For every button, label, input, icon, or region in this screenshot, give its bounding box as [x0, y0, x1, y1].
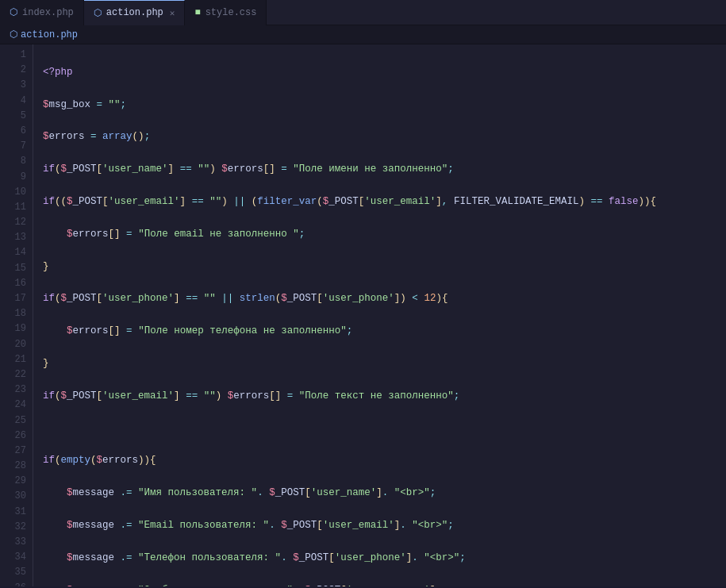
- tab-label: style.css: [206, 7, 257, 18]
- tab-label: action.php: [106, 7, 163, 18]
- php-icon: ⬡: [94, 7, 102, 19]
- breadcrumb: ⬡ action.php: [0, 25, 726, 44]
- editor[interactable]: 12345 678910 1112131415 1617181920 21222…: [0, 44, 726, 586]
- css-icon: ■: [194, 7, 200, 18]
- line-numbers: 12345 678910 1112131415 1617181920 21222…: [0, 44, 33, 586]
- close-icon[interactable]: ✕: [170, 8, 175, 18]
- tab-bar: ⬡ index.php ⬡ action.php ✕ ■ style.css: [0, 0, 726, 25]
- php-icon: ⬡: [10, 6, 17, 18]
- tab-label: index.php: [22, 7, 74, 18]
- code-content: <?php $msg_box = ""; $errors = array(); …: [33, 44, 726, 586]
- tab-action-php[interactable]: ⬡ action.php ✕: [84, 0, 186, 25]
- breadcrumb-label: action.php: [21, 29, 78, 40]
- php-breadcrumb-icon: ⬡: [10, 29, 17, 40]
- tab-style-css[interactable]: ■ style.css: [185, 0, 267, 25]
- tab-index-php[interactable]: ⬡ index.php: [0, 0, 84, 25]
